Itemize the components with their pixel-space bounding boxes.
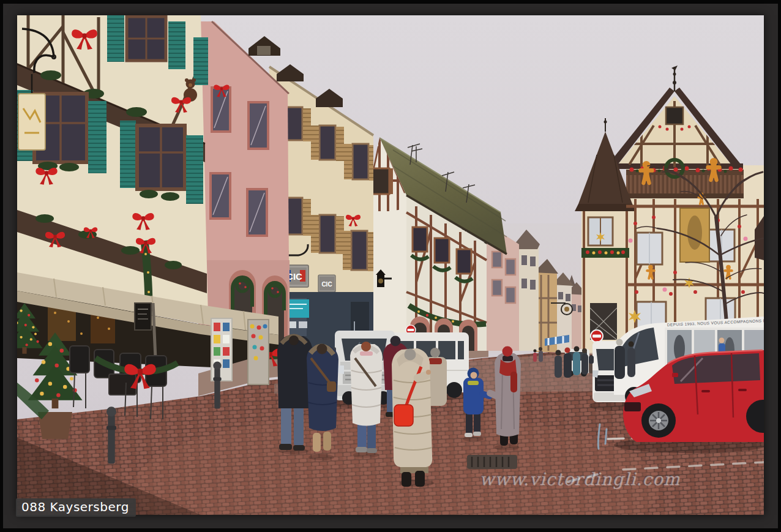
framed-photo-page: CIC CIC: [0, 0, 781, 532]
souvenir-rack: [248, 320, 269, 384]
cic-sign-small-text: CIC: [321, 281, 332, 288]
photo-mat: CIC CIC: [3, 4, 778, 528]
drain-grate: [467, 455, 517, 469]
cic-bank-sign-small: CIC: [318, 275, 335, 292]
postcard-rack: [211, 318, 232, 381]
photo-caption: 088 Kaysersberg: [16, 498, 136, 517]
left-half-timbered-building: [17, 15, 208, 323]
street-scene: CIC CIC: [17, 15, 764, 515]
pedestrian-woman-beige-red-bag: [392, 348, 434, 487]
photo-kaysersberg-street: CIC CIC: [17, 15, 764, 515]
menu-board: [135, 303, 151, 330]
